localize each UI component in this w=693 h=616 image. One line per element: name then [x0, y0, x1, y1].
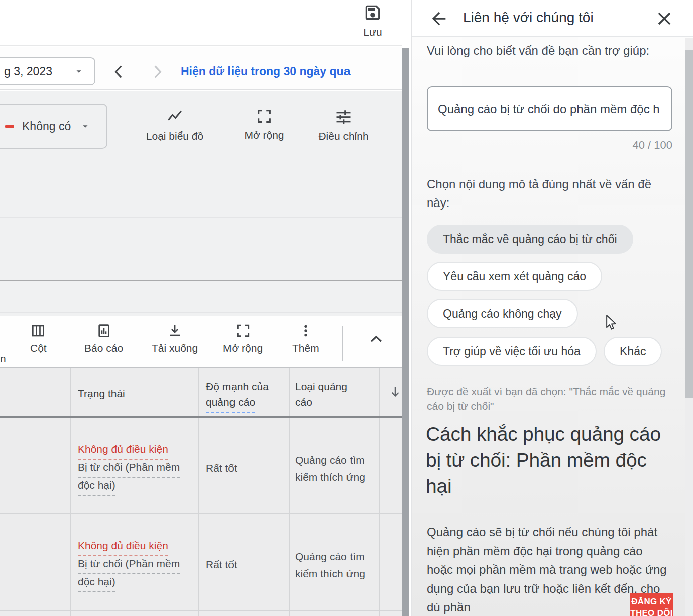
table-expand-button[interactable]: Mở rộng — [223, 323, 263, 354]
report-chart-icon — [96, 323, 112, 339]
header-ad-strength[interactable]: Độ mạnh của quảng cáo — [206, 379, 269, 413]
report-button[interactable]: Báo cáo — [84, 323, 123, 354]
chart-overlay-select[interactable]: Không có — [0, 104, 107, 149]
collapse-table-button[interactable] — [367, 331, 386, 348]
tune-icon — [334, 108, 353, 126]
ad-type-value-line1: Quảng cáo tìm — [295, 548, 365, 565]
panel-header: Liên hệ với chúng tôi — [412, 0, 693, 37]
header-status[interactable]: Trạng thái — [78, 386, 125, 401]
columns-button[interactable]: Cột — [30, 323, 47, 354]
status-not-eligible[interactable]: Không đủ điều kiện — [78, 441, 168, 460]
chart-expand-button[interactable]: Mở rộng — [240, 108, 288, 141]
top-action-bar — [0, 0, 402, 46]
download-icon — [167, 323, 183, 339]
previous-period-button[interactable] — [110, 63, 128, 80]
fullscreen-icon — [256, 108, 273, 125]
status-rejected-line1[interactable]: Bị từ chối (Phần mềm — [78, 459, 180, 478]
chart-adjust-button[interactable]: Điều chỉnh — [314, 108, 373, 142]
table-header-row: Trạng thái Độ mạnh của quảng cáo Loại qu… — [0, 368, 402, 418]
chevron-down-icon — [80, 121, 91, 132]
ad-type-value-line1: Quảng cáo tìm — [295, 452, 365, 468]
header-ad-type[interactable]: Loại quảng cáo — [295, 379, 348, 410]
main-pane-scrollbar[interactable] — [402, 48, 409, 616]
chip-optimization-help[interactable]: Trợ giúp về việc tối ưu hóa — [427, 337, 597, 366]
ad-strength-value: Rất tốt — [206, 556, 237, 573]
panel-title: Liên hệ với chúng tôi — [463, 10, 594, 26]
chart-area: Không có Loại biểu đồ Mở rộng — [0, 91, 402, 316]
chip-ad-review-request[interactable]: Yêu cầu xem xét quảng cáo — [427, 262, 602, 291]
save-button[interactable]: Lưu — [357, 3, 389, 43]
issue-input[interactable] — [427, 86, 672, 131]
chip-rejected-ads-question[interactable]: Thắc mắc về quảng cáo bị từ chối — [427, 225, 633, 254]
save-icon — [363, 3, 382, 22]
row-separator — [0, 610, 402, 611]
mouse-cursor — [604, 315, 619, 331]
panel-scrollbar-thumb[interactable] — [685, 50, 693, 398]
chart-axis-line — [0, 280, 402, 281]
status-rejected-line2[interactable]: độc hại) — [78, 477, 116, 496]
close-icon[interactable] — [655, 9, 674, 28]
campaign-table: Trạng thái Độ mạnh của quảng cáo Loại qu… — [0, 367, 402, 616]
screen: Lưu g 3, 2023 Hiện dữ liệu trong 30 ngày… — [0, 0, 693, 616]
more-button[interactable]: Thêm — [292, 323, 319, 354]
character-counter: 40 / 100 — [553, 139, 672, 152]
table-row[interactable]: Không đủ điều kiện Bị từ chối (Phần mềm … — [0, 514, 402, 610]
ad-strength-value: Rất tốt — [206, 460, 237, 476]
toolbar-divider — [342, 326, 343, 361]
status-rejected-line1[interactable]: Bị từ chối (Phần mềm — [78, 555, 180, 574]
columns-icon — [30, 323, 46, 339]
series-none-indicator-icon — [5, 125, 14, 128]
table-row[interactable]: Không đủ điều kiện Bị từ chối (Phần mềm … — [0, 418, 402, 513]
ad-type-value-line2: kiếm thích ứng — [295, 565, 365, 582]
article-title: Cách khắc phục quảng cáo bị từ chối: Phầ… — [426, 421, 673, 499]
toolbar-cut-label: n — [0, 353, 6, 365]
table-toolbar: n Cột Báo cáo Tải xuống — [0, 316, 402, 367]
chart-gridline — [0, 312, 402, 313]
sort-descending-icon[interactable] — [388, 385, 402, 400]
next-period-button[interactable] — [149, 63, 166, 80]
date-range-picker[interactable]: g 3, 2023 — [0, 57, 95, 85]
choose-topic-label: Chọn nội dung mô tả đúng nhất về vấn đề … — [427, 175, 668, 212]
download-button[interactable]: Tải xuống — [152, 323, 198, 354]
chip-other[interactable]: Khác — [604, 337, 662, 366]
suggested-note: Được đề xuất vì bạn đã chọn: "Thắc mắc v… — [427, 384, 668, 414]
ad-type-value-line2: kiếm thích ứng — [295, 469, 365, 485]
subscribe-badge: ĐĂNG KÝ THEO DÕI — [630, 593, 673, 616]
more-vert-icon — [298, 323, 314, 339]
chart-gridline — [0, 217, 402, 218]
save-button-label: Lưu — [363, 26, 382, 38]
chart-overlay-value: Không có — [22, 120, 71, 133]
line-chart-icon — [166, 108, 184, 126]
contact-help-panel: Liên hệ với chúng tôi Vui lòng cho biết … — [411, 0, 693, 616]
date-range-value: g 3, 2023 — [4, 65, 52, 78]
chip-ads-not-running[interactable]: Quảng cáo không chạy — [427, 299, 578, 328]
status-not-eligible[interactable]: Không đủ điều kiện — [78, 537, 168, 556]
ads-main-pane: Lưu g 3, 2023 Hiện dữ liệu trong 30 ngày… — [0, 0, 402, 616]
fullscreen-icon — [235, 323, 251, 339]
chevron-down-icon — [73, 66, 84, 77]
back-button[interactable] — [429, 9, 449, 29]
show-data-range-link[interactable]: Hiện dữ liệu trong 30 ngày qua — [181, 65, 350, 78]
chart-type-button[interactable]: Loại biểu đồ — [142, 108, 208, 142]
help-question-label: Vui lòng cho biết vấn đề bạn cần trợ giú… — [427, 41, 663, 60]
status-rejected-line2[interactable]: độc hại) — [78, 573, 116, 592]
